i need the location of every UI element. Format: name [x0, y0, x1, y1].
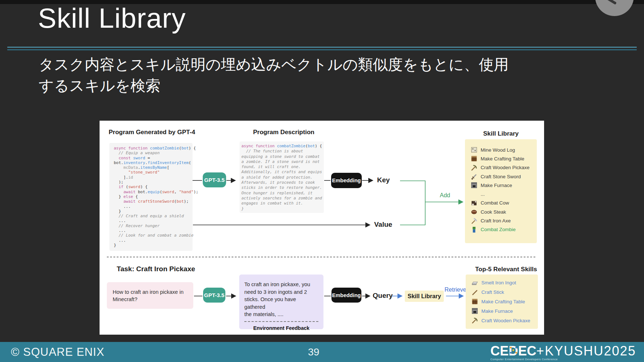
skill-item-label: Cook Steak — [481, 209, 506, 215]
task-text: How to craft an iron pickaxe in Minecraf… — [113, 288, 187, 303]
page-number: 39 — [281, 342, 346, 362]
skill-item-label: Craft Iron Axe — [481, 218, 511, 223]
embedding-chip-top: Embedding — [331, 173, 362, 188]
skill-item: Craft Wooden Pickaxe — [471, 163, 537, 172]
overlay-button-arrow-icon — [604, 0, 617, 5]
cow-icon — [471, 200, 477, 206]
skill-item-label: ... — [481, 191, 485, 197]
iron-axe-icon — [471, 218, 477, 224]
feedback-text: To craft an iron pickaxe, youneed to 3 i… — [244, 281, 318, 318]
furnace-icon — [472, 308, 478, 314]
skill-item-label: Combat Zombie — [481, 227, 516, 232]
skill-item-label: Make Crafting Table — [481, 156, 524, 161]
skill-item-label: Craft Wooden Pickaxe — [481, 318, 530, 323]
stick-icon — [472, 289, 478, 296]
title-divider — [7, 47, 637, 50]
skill-item-label: Craft Stick — [481, 289, 504, 295]
wooden-pickaxe-icon — [472, 317, 478, 324]
cedec-d-dots-icon — [509, 346, 518, 354]
skill-item: Craft Stone Sword — [471, 172, 537, 181]
top5-panel: Smelt Iron IngotCraft StickMake Crafting… — [466, 275, 538, 329]
task-box: How to craft an iron pickaxe in Minecraf… — [107, 282, 193, 309]
key-label: Key — [377, 176, 390, 184]
none-icon — [471, 191, 477, 198]
furnace-icon — [471, 182, 477, 188]
environment-feedback-box: To craft an iron pickaxe, youneed to 3 i… — [239, 275, 323, 329]
slide-subtitle: タスク内容とスキル説明の埋め込みベクトルの類似度をもとに、使用 するスキルを検索 — [39, 54, 509, 96]
wooden-pickaxe-icon — [471, 164, 477, 171]
skill-item-label: Craft Stone Sword — [481, 174, 521, 179]
skill-item: Craft Iron Axe — [471, 216, 537, 225]
program-description-title: Program Description — [253, 129, 314, 136]
skill-item: Cook Steak — [471, 207, 537, 216]
footer-bar: © SQUARE ENIX 39 CEDEC +KYUSHU2025 Compu… — [0, 342, 644, 362]
skill-item-label: Make Furnace — [481, 183, 512, 188]
skill-library-panel: Mine Wood LogMake Crafting TableCraft Wo… — [465, 139, 537, 243]
skill-library-title: Skill Library — [483, 130, 519, 137]
skill-item: Combat Zombie — [471, 225, 537, 234]
value-label: Value — [374, 221, 392, 229]
skill-item: Combat Cow — [471, 199, 537, 207]
crafting-table-icon — [472, 298, 478, 305]
feedback-label: Environment Feedback — [244, 324, 318, 332]
skill-library-button: Skill Library — [405, 291, 444, 302]
query-label: Query — [373, 292, 393, 300]
skill-item-label: Combat Cow — [481, 200, 509, 206]
page-title: Skill Library — [38, 2, 186, 34]
skill-item-label: Craft Wooden Pickaxe — [481, 165, 529, 170]
subtitle-line-1: タスク内容とスキル説明の埋め込みベクトルの類似度をもとに、使用 — [39, 54, 509, 75]
iron-ingot-icon — [472, 280, 478, 286]
zombie-icon — [471, 226, 477, 233]
gpt35-chip-top: GPT-3.5 — [203, 172, 226, 187]
gpt35-chip-bottom: GPT-3.5 — [203, 288, 225, 303]
steak-icon — [471, 209, 477, 215]
skill-item: Mine Wood Log — [471, 145, 537, 154]
diagram-panel: Program Generated by GPT-4 async functio… — [100, 121, 544, 335]
feedback-divider — [244, 321, 318, 322]
wood-log-icon — [471, 147, 477, 153]
cedec-logo-wordmark: CEDEC — [490, 343, 536, 359]
code-block: async function combatZombie(bot) { // Eq… — [109, 143, 193, 251]
stone-sword-icon — [471, 173, 477, 180]
overlay-button[interactable] — [595, 0, 634, 16]
top5-title: Top-5 Relevant Skills — [475, 266, 537, 273]
embedding-chip-bottom: Embedding — [331, 288, 361, 303]
skill-item: Craft Wooden Pickaxe — [472, 316, 538, 325]
skill-item: Craft Stick — [472, 288, 538, 297]
skill-item-label: Make Crafting Table — [481, 299, 525, 304]
skill-item-label: Make Furnace — [481, 308, 513, 314]
cedec-logo: CEDEC +KYUSHU2025 Computer Entertainment… — [490, 343, 636, 361]
skill-item-label: Mine Wood Log — [481, 147, 515, 153]
description-block: async function combatZombie(bot) { // Th… — [240, 141, 324, 213]
skill-item: Make Furnace — [471, 181, 537, 190]
subtitle-line-2: するスキルを検索 — [39, 75, 509, 96]
skill-item: Make Crafting Table — [471, 154, 537, 163]
copyright-text: © SQUARE ENIX — [11, 342, 104, 362]
task-title: Task: Craft Iron Pickaxe — [117, 265, 195, 273]
skill-item: ... — [471, 190, 537, 198]
retrieve-label: Retrieve — [445, 287, 466, 293]
slide: Skill Library タスク内容とスキル説明の埋め込みベクトルの類似度をも… — [0, 0, 644, 362]
skill-item: Make Furnace — [472, 306, 538, 316]
skill-item: Smelt Iron Ingot — [472, 278, 538, 288]
skill-item-label: Smelt Iron Ingot — [481, 280, 516, 285]
add-label: Add — [440, 192, 450, 199]
crafting-table-icon — [471, 155, 477, 162]
program-generated-title: Program Generated by GPT-4 — [109, 129, 195, 136]
kyushu2025-text: +KYUSHU2025 — [536, 343, 636, 359]
skill-item: Make Crafting Table — [472, 297, 538, 307]
